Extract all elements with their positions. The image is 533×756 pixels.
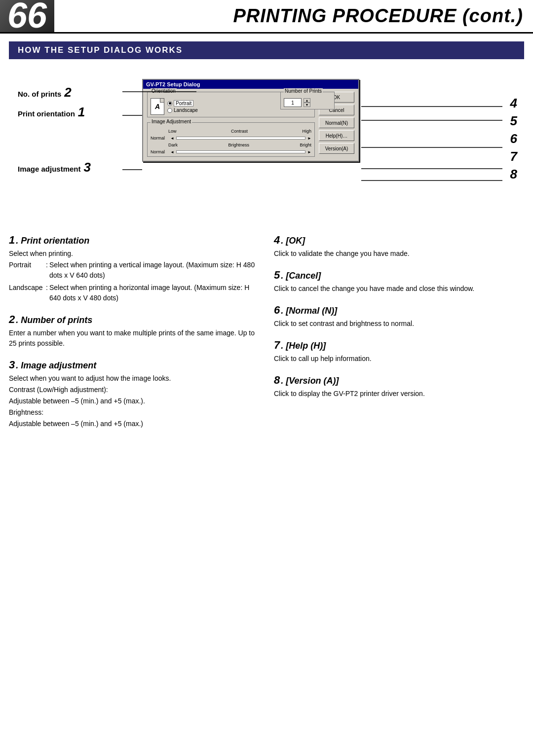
item-print-orientation: 1. Print orientation Select when printin… xyxy=(9,234,259,303)
label-image-adjustment: Image adjustment3 xyxy=(18,160,91,175)
page-title: PRINTING PROCEDURE (cont.) xyxy=(233,5,523,27)
item-ok: 4. [OK] Click to validate the change you… xyxy=(274,234,524,259)
rnum-8: 8 xyxy=(510,168,517,180)
spin-up[interactable]: ▲ xyxy=(304,98,310,103)
image-adjustment-group: Image Adjustment Low Contrast High Norma… xyxy=(147,122,315,157)
rnum-5: 5 xyxy=(510,114,517,127)
content-area: 1. Print orientation Select when printin… xyxy=(9,234,524,439)
item6-title: 6. [Normal (N)] xyxy=(274,304,524,317)
item3-p3: Adjustable between –5 (min.) and +5 (max… xyxy=(9,396,259,406)
item4-title: 4. [OK] xyxy=(274,234,524,247)
spin-down[interactable]: ▼ xyxy=(304,103,310,107)
num-prints-input[interactable]: 1 xyxy=(284,98,302,107)
page-header: 66 PRINTING PROCEDURE (cont.) xyxy=(0,0,533,34)
col-right: 4. [OK] Click to validate the change you… xyxy=(274,234,524,439)
col-left: 1. Print orientation Select when printin… xyxy=(9,234,259,439)
item7-title: 7. [Help (H)] xyxy=(274,339,524,352)
item7-p1: Click to call up help information. xyxy=(274,354,524,364)
item5-title: 5. [Cancel] xyxy=(274,269,524,282)
item-help: 7. [Help (H)] Click to call up help info… xyxy=(274,339,524,364)
dialog-titlebar: GV-PT2 Setup Dialog xyxy=(143,80,358,89)
brightness-slider-row: Normal ◄ ► xyxy=(151,149,311,154)
num-prints-area: Number of Prints 1 ▲ ▼ xyxy=(280,92,335,109)
item3-p4: Brightness: xyxy=(9,407,259,418)
item4-p1: Click to validate the change you have ma… xyxy=(274,249,524,259)
item-image-adjustment: 3. Image adjustment Select when you want… xyxy=(9,359,259,429)
item-number-of-prints: 2. Number of prints Enter a number when … xyxy=(9,313,259,349)
dialog-box: GV-PT2 Setup Dialog Orientation A xyxy=(142,79,359,162)
item3-p2: Contrast (Low/High adjustment): xyxy=(9,385,259,395)
help-button[interactable]: Help(H)… xyxy=(319,130,354,141)
brightness-slider[interactable] xyxy=(176,150,305,153)
item1-title: 1. Print orientation xyxy=(9,234,259,247)
portrait-radio[interactable]: Portrait xyxy=(167,100,198,107)
item1-landscape-row: Landscape : Select when printing a horiz… xyxy=(9,283,259,303)
right-numbers: 4 5 6 7 8 xyxy=(510,97,517,180)
rnum-6: 6 xyxy=(510,132,517,145)
item1-p1: Select when printing. xyxy=(9,249,259,259)
diagram-area: No. of prints2 Print orientation1 Image … xyxy=(9,71,524,224)
contrast-slider[interactable] xyxy=(176,137,305,140)
page-title-block: PRINTING PROCEDURE (cont.) xyxy=(54,0,533,32)
item-normal: 6. [Normal (N)] Click to set contrast an… xyxy=(274,304,524,329)
contrast-slider-row: Normal ◄ ► xyxy=(151,136,311,141)
spin-buttons[interactable]: ▲ ▼ xyxy=(304,98,310,107)
item8-p1: Click to display the GV-PT2 printer driv… xyxy=(274,389,524,399)
item2-title: 2. Number of prints xyxy=(9,313,259,326)
label-print-orientation: Print orientation1 xyxy=(18,105,85,120)
item3-p1: Select when you want to adjust how the i… xyxy=(9,373,259,384)
rnum-4: 4 xyxy=(510,97,517,109)
label-no-prints: No. of prints2 xyxy=(18,85,72,100)
item5-p1: Click to cancel the change you have made… xyxy=(274,284,524,294)
section-title-bar: HOW THE SETUP DIALOG WORKS xyxy=(9,41,524,59)
normal-button[interactable]: Normal(N) xyxy=(319,117,354,128)
item3-title: 3. Image adjustment xyxy=(9,359,259,371)
orientation-icon: A xyxy=(151,98,164,115)
item2-p1: Enter a number when you want to make mul… xyxy=(9,328,259,349)
item6-p1: Click to set contrast and brightness to … xyxy=(274,319,524,329)
page-number: 66 xyxy=(0,0,54,32)
num-prints-group: Number of Prints 1 ▲ ▼ xyxy=(280,92,335,109)
item-version: 8. [Version (A)] Click to display the GV… xyxy=(274,374,524,399)
landscape-radio[interactable]: Landscape xyxy=(167,108,198,113)
item3-p5: Adjustable between –5 (min.) and +5 (max… xyxy=(9,419,259,429)
rnum-7: 7 xyxy=(510,150,517,163)
version-button[interactable]: Version(A) xyxy=(319,143,354,154)
item8-title: 8. [Version (A)] xyxy=(274,374,524,387)
item1-portrait-row: Portrait : Select when printing a vertic… xyxy=(9,260,259,281)
item-cancel: 5. [Cancel] Click to cancel the change y… xyxy=(274,269,524,294)
